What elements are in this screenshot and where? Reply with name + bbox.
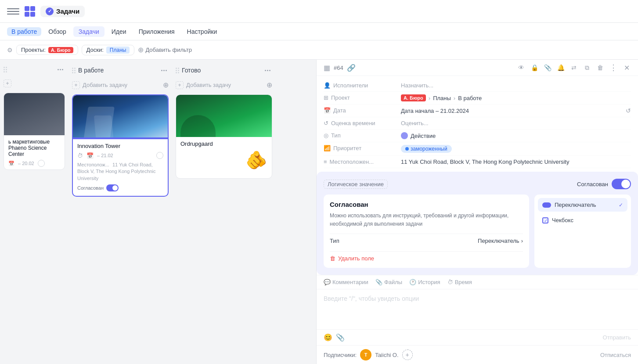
option-checkbox[interactable]: ✓ Чекбокс (538, 213, 627, 227)
kanban-columns: + ь маркетинговые Phaeno Science Center … (0, 60, 316, 364)
date-value[interactable]: Дата начала – 21.02.2024 ↺ (401, 107, 631, 114)
location-prefix: Местополож... (77, 162, 109, 167)
option-toggle-label: Переключатель (555, 202, 596, 208)
attachment-icon[interactable]: 📎 (543, 63, 552, 72)
task-detail-header: ▦ #64 🔗 👁 🔒 📎 🔔 ⇄ ⧉ 🗑 ⋮ ✕ (317, 60, 638, 76)
projects-filter[interactable]: Проекты: А. Бюро (16, 45, 78, 55)
history-icon: 🕐 (409, 279, 416, 285)
attach-icon[interactable]: 📎 (336, 333, 345, 342)
tab-tasks[interactable]: Задачи (73, 26, 105, 37)
innovation-custom-field: Согласован (77, 184, 163, 191)
drag-handle-done (176, 68, 179, 73)
delete-field-button[interactable]: 🗑 Удалить поле (330, 251, 523, 262)
innovation-body: Innovation Tower ⏱ 📅 – 21.02 Местополож.… (73, 139, 168, 191)
col-options-done[interactable] (265, 70, 270, 71)
bool-label: Логическое значение (324, 180, 388, 189)
col-options-icon[interactable] (58, 69, 63, 70)
time-estimate-value[interactable]: Оценить... (401, 120, 631, 126)
tab-overview[interactable]: Обзор (43, 26, 71, 37)
ordrup-emoji: 🫵 (176, 150, 272, 174)
type-selector[interactable]: Переключатель › (478, 238, 523, 244)
copy-icon[interactable]: ⧉ (583, 63, 591, 72)
field-type: ◎ Тип Действие (324, 130, 631, 142)
unsubscribe-button[interactable]: Отписаться (600, 352, 631, 358)
kanban-col-done: Готово + Добавить задачу ⊕ Ordrupgaard (176, 65, 272, 359)
project-value[interactable]: А. Бюро › Планы › В работе (401, 94, 631, 101)
kanban-col-in-progress: В работе + Добавить задачу ⊕ (72, 65, 169, 359)
add-task-done[interactable]: + Добавить задачу ⊕ (176, 79, 272, 91)
location-value[interactable]: 11 Yuk Choi Road, Block V, The Hong Kong… (401, 159, 631, 165)
tab-comments[interactable]: 💬 Комментарии (324, 279, 368, 285)
time-estimate-label: ↺ Оценка времени (324, 120, 394, 126)
add-task-circle-progress[interactable]: ⊕ (163, 81, 169, 89)
lock-icon[interactable]: 🔒 (530, 63, 539, 72)
location-icon: ≡ (324, 159, 327, 165)
tab-files[interactable]: 📎 Файлы (375, 279, 402, 285)
comments-icon: 💬 (324, 279, 331, 285)
task-card-ordrup[interactable]: Ordrupgaard 🫵 (176, 94, 272, 179)
comment-placeholder: Введите "/", чтобы увидеть опции (324, 295, 419, 302)
tab-settings[interactable]: Настройки (182, 26, 223, 37)
field-priority: 📶 Приоритет замороженный (324, 142, 631, 156)
dropdown-options-card: Переключатель ✓ ✓ Чекбокс (534, 195, 631, 268)
toggle-icon (542, 202, 551, 208)
tab-ideas[interactable]: Идеи (106, 26, 132, 37)
ordrup-title: Ordrupgaard (180, 141, 267, 147)
tab-apps[interactable]: Приложения (133, 26, 180, 37)
field-location: ≡ Местоположен... 11 Yuk Choi Road, Bloc… (324, 156, 631, 168)
project-label: ⊞ Проект (324, 94, 394, 101)
add-subscriber-button[interactable]: + (402, 350, 413, 360)
subscriber-avatar: T (360, 349, 371, 360)
comment-area: Введите "/", чтобы увидеть опции (317, 289, 638, 329)
option-toggle[interactable]: Переключатель ✓ (538, 198, 627, 212)
chevron-right-icon: › (429, 95, 430, 101)
boards-filter[interactable]: Доски: Планы (82, 45, 135, 55)
innovation-date: – 21.02 (97, 153, 113, 158)
dropdown-type-row: Тип Переключатель › (330, 234, 523, 248)
add-task-in-progress[interactable]: + Добавить задачу ⊕ (72, 79, 169, 91)
assignee-icon: 👤 (324, 82, 331, 89)
priority-label: 📶 Приоритет (324, 145, 394, 151)
comment-input-row: 😊 📎 Отправить (317, 329, 638, 345)
type-value[interactable]: Действие (401, 132, 631, 139)
priority-value[interactable]: замороженный (401, 145, 631, 153)
emoji-icon[interactable]: 😊 (324, 333, 332, 342)
bell-icon[interactable]: 🔔 (556, 63, 565, 72)
refresh-icon[interactable]: ↺ (626, 107, 631, 114)
tab-time[interactable]: ⏱ Время (447, 279, 472, 285)
col-options-in-progress[interactable] (161, 70, 167, 71)
app-title-button[interactable]: ✓ Задачи (40, 6, 85, 17)
tab-in-work[interactable]: В работе (7, 27, 41, 36)
apps-grid-icon[interactable] (25, 6, 35, 17)
innovation-meta: ⏱ 📅 – 21.02 (77, 152, 163, 159)
assignee-value[interactable]: Назначить... (401, 82, 631, 89)
menu-icon[interactable] (7, 5, 19, 18)
link-icon[interactable]: 🔗 (347, 64, 356, 72)
time-estimate-icon: ↺ (324, 120, 328, 126)
add-filter-button[interactable]: ⊕ Добавить фильтр (138, 46, 192, 54)
detail-tabs: 💬 Комментарии 📎 Файлы 🕐 История ⏱ Время (317, 275, 638, 289)
custom-toggle[interactable] (106, 184, 119, 191)
location-label: ≡ Местоположен... (324, 159, 394, 165)
add-task-partial[interactable]: + (4, 78, 65, 89)
kanban-col-partial: + ь маркетинговые Phaeno Science Center … (4, 65, 65, 359)
add-task-circle-done[interactable]: ⊕ (267, 81, 272, 89)
add-task-label-done: Добавить задачу (186, 82, 231, 88)
calendar-icon-innovation: 📅 (87, 152, 94, 159)
trash-icon[interactable]: 🗑 (596, 63, 605, 72)
close-icon[interactable]: ✕ (622, 63, 631, 72)
tab-history[interactable]: 🕐 История (409, 279, 440, 285)
drag-handle-in-progress (72, 68, 76, 73)
phaeno-image (4, 93, 65, 135)
task-card-innovation[interactable]: Innovation Tower ⏱ 📅 – 21.02 Местополож.… (72, 94, 169, 197)
task-card-phaeno[interactable]: ь маркетинговые Phaeno Science Center 📅 … (4, 93, 65, 170)
send-button[interactable]: Отправить (603, 334, 631, 341)
subscriber-name: Taiichi O. (375, 352, 398, 358)
field-toggle[interactable] (612, 179, 631, 189)
comment-icons: 😊 📎 (324, 333, 345, 342)
share-icon[interactable]: ⇄ (570, 63, 578, 72)
add-task-icon: + (4, 79, 11, 87)
eye-icon[interactable]: 👁 (517, 63, 526, 72)
filter-adjust-icon[interactable]: ⚙ (7, 47, 13, 54)
more-icon[interactable]: ⋮ (609, 63, 618, 72)
